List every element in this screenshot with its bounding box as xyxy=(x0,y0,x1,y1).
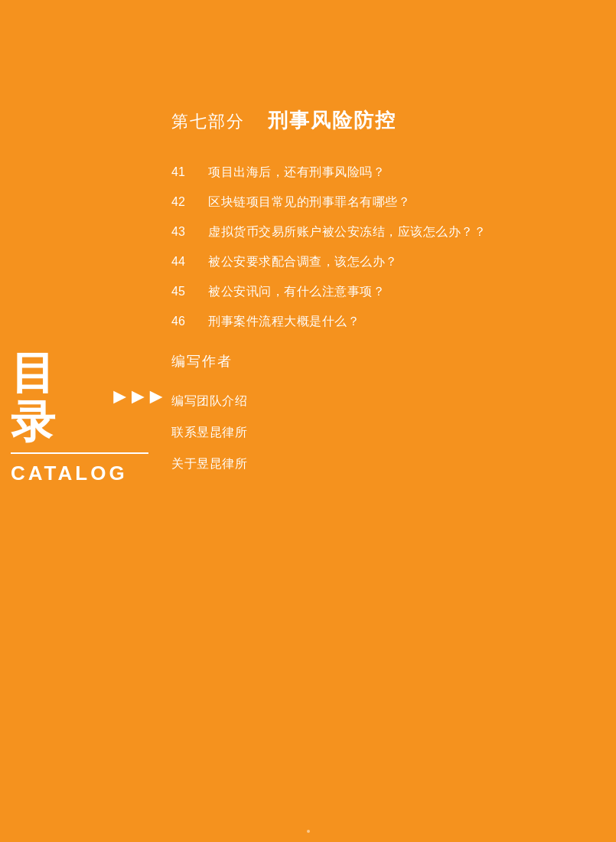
toc-item: 41 项目出海后，还有刑事风险吗？ xyxy=(171,165,486,181)
bottom-dot xyxy=(307,830,310,833)
catalog-sidebar: 目录 ►►► CATALOG xyxy=(11,348,164,485)
toc-number: 44 xyxy=(171,255,193,269)
author-item: 联系昱昆律所 xyxy=(171,425,247,441)
toc-number: 41 xyxy=(171,165,193,179)
authors-title: 编写作者 xyxy=(171,352,247,370)
toc-text: 区块链项目常见的刑事罪名有哪些？ xyxy=(208,194,410,210)
catalog-english-label: CATALOG xyxy=(11,462,164,485)
toc-number: 43 xyxy=(171,225,193,239)
toc-number: 45 xyxy=(171,285,193,299)
author-item: 关于昱昆律所 xyxy=(171,456,247,472)
toc-text: 被公安要求配合调查，该怎么办？ xyxy=(208,254,398,270)
page: 第七部分 刑事风险防控 41 项目出海后，还有刑事风险吗？ 42 区块链项目常见… xyxy=(0,0,616,842)
toc-item: 44 被公安要求配合调查，该怎么办？ xyxy=(171,254,486,270)
section-seven: 第七部分 刑事风险防控 41 项目出海后，还有刑事风险吗？ 42 区块链项目常见… xyxy=(171,107,486,330)
section-title-text: 刑事风险防控 xyxy=(268,107,396,134)
toc-item: 42 区块链项目常见的刑事罪名有哪些？ xyxy=(171,194,486,210)
toc-number: 46 xyxy=(171,315,193,328)
toc-text: 虚拟货币交易所账户被公安冻结，应该怎么办？？ xyxy=(208,224,486,240)
catalog-chinese-label: 目录 ►►► xyxy=(11,348,164,446)
catalog-chinese-text: 目录 xyxy=(11,348,103,446)
catalog-divider xyxy=(11,452,148,454)
section-number: 第七部分 xyxy=(171,110,245,133)
toc-text: 被公安讯问，有什么注意事项？ xyxy=(208,284,385,300)
author-item: 编写团队介绍 xyxy=(171,393,247,410)
toc-items-section-seven: 41 项目出海后，还有刑事风险吗？ 42 区块链项目常见的刑事罪名有哪些？ 43… xyxy=(171,165,486,330)
author-items: 编写团队介绍联系昱昆律所关于昱昆律所 xyxy=(171,393,247,472)
section-title: 第七部分 刑事风险防控 xyxy=(171,107,486,134)
toc-item: 46 刑事案件流程大概是什么？ xyxy=(171,314,486,330)
toc-text: 项目出海后，还有刑事风险吗？ xyxy=(208,165,385,181)
toc-item: 43 虚拟货币交易所账户被公安冻结，应该怎么办？？ xyxy=(171,224,486,240)
toc-text: 刑事案件流程大概是什么？ xyxy=(208,314,360,330)
authors-section: 编写作者 编写团队介绍联系昱昆律所关于昱昆律所 xyxy=(171,352,247,472)
catalog-arrows-icon: ►►► xyxy=(109,385,164,409)
toc-item: 45 被公安讯问，有什么注意事项？ xyxy=(171,284,486,300)
toc-number: 42 xyxy=(171,195,193,209)
